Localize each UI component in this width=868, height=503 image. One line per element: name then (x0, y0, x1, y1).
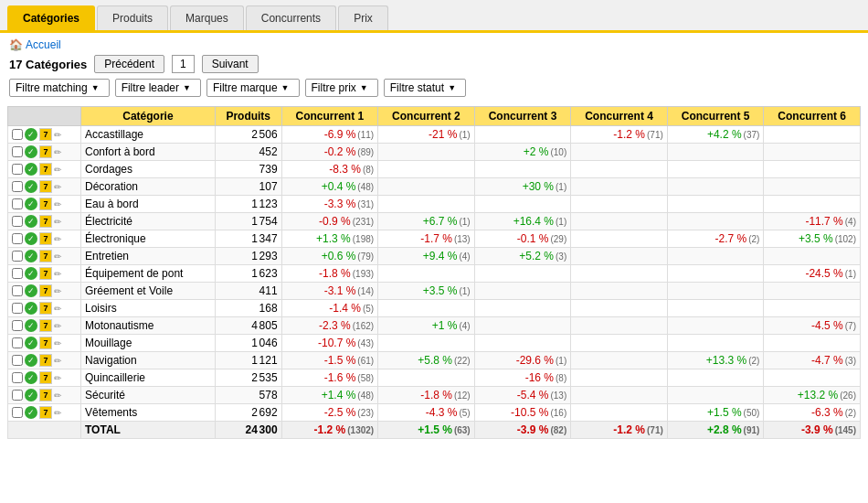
sub-count: (48) (357, 391, 374, 401)
count-badge: 7 (39, 145, 52, 158)
concurrent3-col-header: Concurrent 3 (474, 107, 571, 126)
next-button[interactable]: Suivant (202, 55, 259, 73)
sub-count: (22) (454, 356, 471, 366)
filter-arrow-icon: ▼ (360, 83, 368, 92)
row-checkbox[interactable] (12, 129, 23, 140)
edit-icon[interactable]: ✏ (54, 391, 61, 401)
table-row: ✓ 7 ✏ Quincaillerie2 535-1.6 %(58)-16 %(… (8, 369, 861, 387)
sub-count: (4) (459, 252, 470, 262)
edit-icon[interactable]: ✏ (54, 356, 61, 366)
table-row: ✓ 7 ✏ Mouillage1 046-10.7 %(43) (8, 335, 861, 352)
category-name: Décoration (81, 178, 216, 196)
concurrent-cell (667, 161, 764, 178)
row-checkbox[interactable] (12, 251, 23, 262)
edit-icon[interactable]: ✏ (54, 408, 61, 418)
concurrent-cell (378, 300, 475, 317)
concurrent-cell: -1.6 %(58) (281, 369, 378, 387)
sub-count: (31) (357, 199, 374, 209)
edit-icon[interactable]: ✏ (54, 199, 61, 209)
category-name: Cordages (81, 161, 216, 178)
concurrent-cell (764, 126, 861, 144)
row-checkbox[interactable] (12, 285, 23, 296)
edit-icon[interactable]: ✏ (54, 286, 61, 296)
concurrent-cell: +13.3 %(2) (667, 352, 764, 369)
categories-table: Catégorie Produits Concurrent 1 Concurre… (7, 106, 861, 439)
concurrent-cell (474, 196, 571, 213)
row-checkbox[interactable] (12, 320, 23, 331)
concurrent-cell: +4.2 %(37) (667, 126, 764, 144)
row-checkbox[interactable] (12, 216, 23, 227)
row-checkbox[interactable] (12, 233, 23, 244)
prev-button[interactable]: Précédent (94, 55, 164, 73)
sub-count: (3) (556, 252, 566, 262)
row-checkbox[interactable] (12, 355, 23, 366)
status-icon: ✓ (25, 267, 37, 280)
filter-filtre-matching[interactable]: Filtre matching▼ (9, 79, 110, 97)
edit-icon[interactable]: ✏ (54, 165, 61, 175)
tab-concurrents[interactable]: Concurrents (246, 5, 336, 30)
row-checkbox[interactable] (12, 407, 23, 418)
count-badge: 7 (39, 250, 52, 262)
filter-filtre-marque[interactable]: Filtre marque▼ (206, 79, 300, 97)
row-checkbox[interactable] (12, 337, 23, 348)
edit-icon[interactable]: ✏ (54, 373, 61, 383)
tab-marques[interactable]: Marques (170, 5, 244, 30)
concurrent-cell: -4.7 %(3) (764, 352, 861, 369)
sub-count: (4) (459, 321, 470, 331)
row-checkbox[interactable] (12, 372, 23, 383)
tab-categories[interactable]: Catégories (7, 5, 95, 30)
edit-icon[interactable]: ✏ (54, 130, 61, 140)
row-checkbox[interactable] (12, 303, 23, 314)
data-table-wrap: Catégorie Produits Concurrent 1 Concurre… (0, 106, 868, 439)
concurrent-cell (764, 178, 861, 196)
concurrent-cell: -4.3 %(5) (378, 404, 475, 422)
concurrent-cell: -1.7 %(13) (378, 230, 475, 248)
tab-produits[interactable]: Produits (97, 5, 168, 30)
row-checkbox[interactable] (12, 181, 23, 192)
count-badge: 7 (39, 180, 52, 193)
concurrent-cell: -4.5 %(7) (764, 317, 861, 335)
edit-icon[interactable]: ✏ (54, 147, 61, 157)
concurrent-cell: -2.3 %(162) (281, 317, 378, 335)
page-number: 1 (172, 55, 195, 73)
edit-icon[interactable]: ✏ (54, 338, 61, 348)
category-name: Entretien (81, 248, 216, 265)
row-checkbox[interactable] (12, 268, 23, 279)
filter-filtre-statut[interactable]: Filtre statut▼ (384, 79, 466, 97)
products-count: 1 293 (215, 248, 281, 265)
row-checkbox[interactable] (12, 390, 23, 401)
status-icon: ✓ (25, 319, 37, 332)
filter-filtre-prix[interactable]: Filtre prix▼ (305, 79, 378, 97)
concurrent-cell: +9.4 %(4) (378, 248, 475, 265)
row-checkbox[interactable] (12, 198, 23, 209)
breadcrumb-link[interactable]: Accueil (26, 38, 61, 51)
concurrent-cell (571, 161, 668, 178)
sub-count: (48) (357, 182, 374, 192)
products-count: 1 121 (215, 352, 281, 369)
sub-count: (2) (748, 234, 759, 244)
edit-icon[interactable]: ✏ (54, 269, 61, 279)
header: 🏠 Accueil 17 Catégories Précédent 1 Suiv… (0, 33, 868, 106)
tab-prix[interactable]: Prix (338, 5, 388, 30)
sub-count: (4) (845, 217, 856, 227)
concurrent-cell (378, 335, 475, 352)
row-checkbox[interactable] (12, 146, 23, 157)
concurrent-cell (474, 126, 571, 144)
sub-count: (10) (550, 147, 566, 157)
edit-icon[interactable]: ✏ (54, 182, 61, 192)
concurrent-cell (378, 196, 475, 213)
concurrent-cell: -16 %(8) (474, 369, 571, 387)
edit-icon[interactable]: ✏ (54, 217, 61, 227)
edit-icon[interactable]: ✏ (54, 321, 61, 331)
concurrent-cell (571, 196, 668, 213)
concurrent-cell (764, 161, 861, 178)
products-count: 107 (215, 178, 281, 196)
filter-filtre-leader[interactable]: Filtre leader▼ (115, 79, 201, 97)
edit-icon[interactable]: ✏ (54, 304, 61, 314)
concurrent-cell (474, 265, 571, 283)
row-checkbox[interactable] (12, 164, 23, 175)
edit-icon[interactable]: ✏ (54, 234, 61, 244)
edit-icon[interactable]: ✏ (54, 252, 61, 262)
status-icon: ✓ (25, 302, 37, 315)
total-concurrent-cell: -1.2 %(71) (571, 422, 668, 439)
